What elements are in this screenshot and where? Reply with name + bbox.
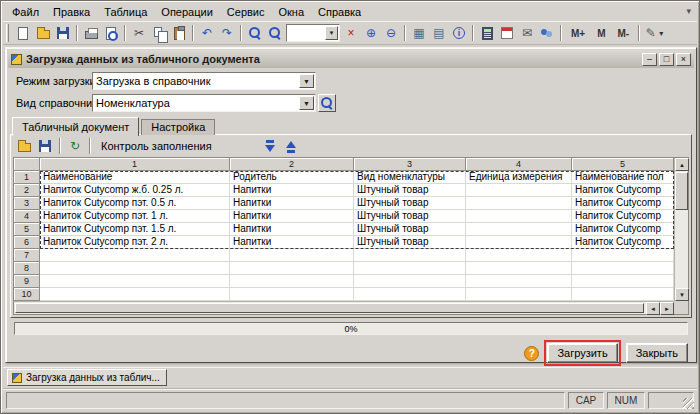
table-cell[interactable] xyxy=(466,249,572,262)
vertical-scroll-track[interactable] xyxy=(675,171,688,288)
table-cell[interactable]: Напиток Cutycomp пэт. 1 л. xyxy=(40,210,230,223)
table-cell[interactable] xyxy=(466,275,572,288)
row-header[interactable]: 6 xyxy=(14,236,40,249)
zoom-in-button[interactable]: ⊕ xyxy=(361,24,381,43)
close-dialog-button[interactable]: Закрыть xyxy=(626,343,688,363)
redo-button[interactable]: ↷ xyxy=(217,24,237,43)
catalog-kind-select[interactable]: Номенклатура ▼ xyxy=(92,94,316,112)
row-header[interactable]: 8 xyxy=(14,262,40,275)
close-button[interactable]: × xyxy=(676,53,691,66)
toolbar-grip[interactable] xyxy=(6,24,9,42)
table-cell[interactable]: Напиток Cutycomp xyxy=(572,197,674,210)
table-cell[interactable]: Напитки xyxy=(230,197,354,210)
clear-column-button[interactable] xyxy=(281,137,301,156)
horizontal-scroll-thumb[interactable] xyxy=(15,303,644,313)
table-cell[interactable]: Напиток Cutycomp xyxy=(572,184,674,197)
row-header[interactable]: 7 xyxy=(14,249,40,262)
table-cell[interactable]: Напиток Cutycomp xyxy=(572,223,674,236)
minimize-button[interactable]: – xyxy=(642,53,657,66)
table-cell[interactable]: Штучный товар xyxy=(354,210,466,223)
column-header[interactable]: 3 xyxy=(354,158,466,171)
table-cell[interactable]: Напиток Cutycomp пэт. 1.5 л. xyxy=(40,223,230,236)
catalog-lookup-button[interactable] xyxy=(318,94,336,112)
tools-dropdown-button[interactable]: ✎▾ xyxy=(643,24,663,43)
mail-button[interactable]: ✉ xyxy=(517,24,537,43)
new-document-button[interactable] xyxy=(13,24,33,43)
paste-button[interactable] xyxy=(169,24,189,43)
table-cell[interactable]: Напиток Cutycomp пэт. 2 л. xyxy=(40,236,230,249)
table-cell[interactable] xyxy=(40,275,230,288)
table-cell[interactable] xyxy=(572,262,674,275)
table-cell[interactable] xyxy=(230,288,354,301)
table-cell[interactable] xyxy=(572,249,674,262)
menu-item-1[interactable]: Файл xyxy=(5,4,46,20)
chevron-down-icon[interactable]: ▼ xyxy=(299,74,314,88)
scroll-right-icon[interactable]: ► xyxy=(660,302,674,315)
table-cell[interactable]: Напитки xyxy=(230,210,354,223)
row-header[interactable]: 5 xyxy=(14,223,40,236)
find-button[interactable] xyxy=(245,24,265,43)
table-cell[interactable] xyxy=(466,184,572,197)
calculator-button[interactable] xyxy=(477,24,497,43)
grid-view-button[interactable]: ▦ xyxy=(409,24,429,43)
table-cell[interactable]: Штучный товар xyxy=(354,197,466,210)
horizontal-scrollbar[interactable]: ◄ ► xyxy=(14,301,674,314)
row-header[interactable]: 3 xyxy=(14,197,40,210)
open-file-button[interactable] xyxy=(14,137,34,156)
zoom-out-button[interactable]: ⊖ xyxy=(381,24,401,43)
table-cell[interactable] xyxy=(40,249,230,262)
table-cell[interactable] xyxy=(466,223,572,236)
column-header[interactable]: 2 xyxy=(230,158,354,171)
table-cell[interactable] xyxy=(230,249,354,262)
table-cell[interactable]: Штучный товар xyxy=(354,184,466,197)
memory-minus-button[interactable]: M- xyxy=(612,24,636,42)
chevron-down-icon[interactable]: ▾ xyxy=(686,6,691,16)
table-cell[interactable] xyxy=(466,262,572,275)
table-cell[interactable]: Напиток Cutycomp пэт. 0.5 л. xyxy=(40,197,230,210)
scroll-down-icon[interactable]: ▼ xyxy=(675,288,689,301)
table-cell[interactable] xyxy=(466,197,572,210)
table-cell[interactable] xyxy=(572,288,674,301)
list-view-button[interactable]: ▤ xyxy=(429,24,449,43)
menu-item-7[interactable]: Справка xyxy=(311,4,368,20)
table-cell[interactable] xyxy=(230,262,354,275)
chevron-down-icon[interactable]: ▼ xyxy=(325,26,338,40)
print-preview-button[interactable] xyxy=(101,24,121,43)
table-cell[interactable] xyxy=(466,288,572,301)
scroll-left-icon[interactable]: ◄ xyxy=(646,302,660,315)
table-cell[interactable] xyxy=(466,236,572,249)
sheet-corner[interactable] xyxy=(14,158,40,171)
table-cell[interactable]: Наименование пол xyxy=(572,171,674,184)
table-cell[interactable] xyxy=(354,288,466,301)
search-combo[interactable]: ▼ xyxy=(286,24,340,42)
chevron-down-icon[interactable]: ▼ xyxy=(299,96,314,110)
table-cell[interactable]: Родитель xyxy=(230,171,354,184)
row-header[interactable]: 1 xyxy=(14,171,40,184)
copy-button[interactable] xyxy=(149,24,169,43)
menu-item-2[interactable]: Правка xyxy=(46,4,97,20)
fill-column-button[interactable] xyxy=(260,137,280,156)
table-cell[interactable]: Штучный товар xyxy=(354,223,466,236)
tab-tabular-document[interactable]: Табличный документ xyxy=(12,117,139,136)
clear-search-button[interactable]: × xyxy=(341,24,361,43)
menu-item-3[interactable]: Таблица xyxy=(97,4,154,20)
table-cell[interactable]: Напиток Cutycomp ж.б. 0.25 л. xyxy=(40,184,230,197)
cut-button[interactable]: ✂ xyxy=(129,24,149,43)
scroll-up-icon[interactable]: ▲ xyxy=(675,158,689,171)
memory-recall-button[interactable]: M xyxy=(591,24,611,42)
table-cell[interactable] xyxy=(466,210,572,223)
table-cell[interactable]: Единица измерения xyxy=(466,171,572,184)
table-cell[interactable] xyxy=(354,275,466,288)
row-header[interactable]: 4 xyxy=(14,210,40,223)
load-mode-select[interactable]: Загрузка в справочник ▼ xyxy=(92,72,316,90)
refresh-button[interactable]: ↻ xyxy=(65,137,85,156)
vertical-scrollbar[interactable]: ▲ ▼ xyxy=(674,158,688,301)
table-cell[interactable] xyxy=(40,288,230,301)
table-cell[interactable] xyxy=(230,275,354,288)
table-cell[interactable]: Штучный товар xyxy=(354,236,466,249)
open-button[interactable] xyxy=(33,24,53,43)
table-cell[interactable] xyxy=(354,249,466,262)
table-cell[interactable]: Напиток Cutycomp xyxy=(572,236,674,249)
fill-control-button[interactable]: Контроль заполнения xyxy=(95,137,218,155)
find-next-button[interactable] xyxy=(265,24,285,43)
